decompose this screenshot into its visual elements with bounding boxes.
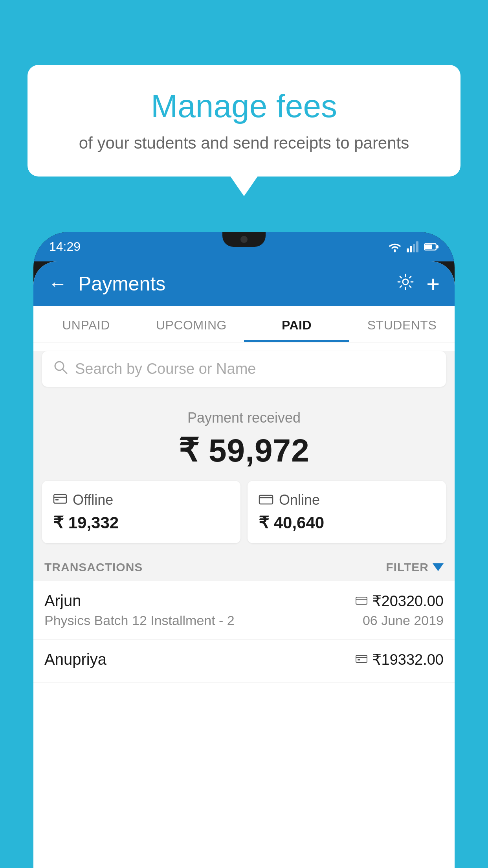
signal-icon	[407, 241, 419, 252]
offline-amount: ₹ 19,332	[53, 513, 229, 532]
transactions-header: TRANSACTIONS FILTER	[33, 552, 455, 581]
transaction-course: Physics Batch 12 Installment - 2	[44, 613, 235, 628]
table-row[interactable]: Arjun ₹20320.00 Physics	[33, 581, 455, 640]
filter-icon	[433, 563, 444, 571]
back-button[interactable]: ←	[48, 274, 67, 293]
svg-rect-6	[437, 245, 438, 248]
tab-unpaid[interactable]: UNPAID	[33, 306, 139, 342]
transaction-date: 06 June 2019	[363, 613, 444, 628]
payment-cards: Offline ₹ 19,332 Online	[42, 481, 446, 552]
offline-label: Offline	[73, 492, 113, 508]
transactions-label: TRANSACTIONS	[44, 561, 143, 574]
payment-card-offline: Offline ₹ 19,332	[42, 481, 240, 543]
content-area: Search by Course or Name Payment receive…	[33, 351, 455, 683]
payment-card-online-header: Online	[259, 492, 435, 508]
header-title: Payments	[78, 272, 396, 295]
svg-rect-15	[356, 597, 367, 604]
filter-button[interactable]: FILTER	[386, 561, 444, 574]
app-header: ← Payments +	[33, 261, 455, 306]
transaction-amount: ₹20320.00	[372, 592, 444, 610]
search-icon	[53, 360, 68, 378]
svg-rect-10	[54, 495, 66, 503]
svg-rect-12	[55, 499, 59, 500]
status-bar: 14:29	[33, 232, 455, 261]
transaction-list: Arjun ₹20320.00 Physics	[33, 581, 455, 683]
battery-icon	[424, 243, 439, 251]
transaction-top-row: Anupriya ₹19332.00	[44, 651, 444, 668]
payment-received-amount: ₹ 59,972	[41, 432, 447, 469]
phone-device: 14:29	[33, 232, 455, 868]
speech-bubble: Manage fees of your students and send re…	[28, 65, 460, 177]
tab-students[interactable]: STUDENTS	[349, 306, 455, 342]
tab-paid[interactable]: PAID	[244, 306, 349, 342]
transaction-bottom-row: Physics Batch 12 Installment - 2 06 June…	[44, 613, 444, 628]
svg-rect-2	[413, 244, 415, 252]
svg-rect-0	[407, 248, 409, 252]
svg-rect-13	[259, 495, 273, 504]
search-bar[interactable]: Search by Course or Name	[42, 351, 446, 387]
online-label: Online	[279, 492, 320, 508]
wifi-icon	[388, 241, 402, 252]
offline-icon	[53, 492, 67, 508]
transaction-amount: ₹19332.00	[372, 651, 444, 668]
transaction-name: Arjun	[44, 592, 81, 610]
transaction-type-icon	[356, 594, 367, 608]
transaction-amount-wrap: ₹19332.00	[356, 651, 444, 668]
phone-notch	[222, 232, 266, 247]
transaction-name: Anupriya	[44, 651, 106, 668]
table-row[interactable]: Anupriya ₹19332.00	[33, 640, 455, 683]
svg-rect-3	[416, 241, 418, 252]
tab-upcoming[interactable]: UPCOMING	[139, 306, 244, 342]
transaction-top-row: Arjun ₹20320.00	[44, 592, 444, 610]
payment-card-offline-header: Offline	[53, 492, 229, 508]
payment-received-label: Payment received	[41, 410, 447, 426]
payment-card-online: Online ₹ 40,640	[248, 481, 446, 543]
app-screen: ← Payments + UNPAID UPCOMING PAID STUDEN…	[33, 261, 455, 868]
bubble-title: Manage fees	[47, 88, 441, 124]
svg-rect-19	[358, 659, 360, 660]
payment-summary: Payment received ₹ 59,972	[33, 395, 455, 481]
online-amount: ₹ 40,640	[259, 513, 435, 532]
search-placeholder-text: Search by Course or Name	[75, 360, 256, 377]
filter-label: FILTER	[386, 561, 429, 574]
svg-rect-1	[410, 246, 412, 252]
header-icons: +	[396, 272, 440, 295]
svg-point-7	[403, 279, 408, 285]
svg-line-9	[62, 369, 67, 373]
status-time: 14:29	[49, 239, 81, 254]
camera-dot	[240, 236, 248, 243]
svg-rect-5	[425, 245, 432, 249]
settings-button[interactable]	[396, 273, 415, 295]
transaction-amount-wrap: ₹20320.00	[356, 592, 444, 610]
online-icon	[259, 492, 273, 508]
bubble-subtitle: of your students and send receipts to pa…	[47, 132, 441, 155]
status-icons	[388, 241, 439, 252]
svg-rect-17	[356, 655, 367, 662]
transaction-type-icon	[356, 653, 367, 666]
tabs-bar: UNPAID UPCOMING PAID STUDENTS	[33, 306, 455, 342]
add-button[interactable]: +	[426, 272, 440, 295]
